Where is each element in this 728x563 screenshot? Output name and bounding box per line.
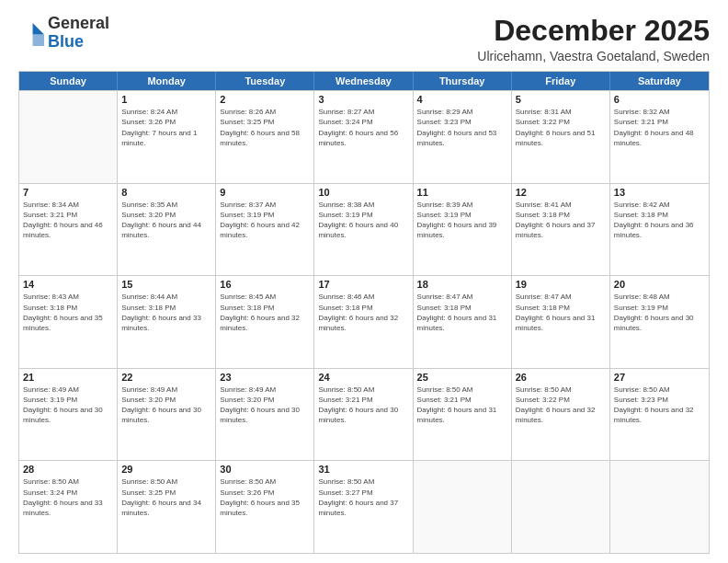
cell-info: Sunrise: 8:27 AMSunset: 3:24 PMDaylight:… [318, 107, 408, 148]
cell-info: Sunrise: 8:48 AMSunset: 3:19 PMDaylight:… [614, 292, 705, 333]
logo-blue: Blue [48, 32, 84, 51]
week-row-1: 1Sunrise: 8:24 AMSunset: 3:26 PMDaylight… [19, 90, 709, 183]
day-number: 15 [121, 279, 211, 290]
day-number: 29 [121, 464, 211, 475]
calendar-header: SundayMondayTuesdayWednesdayThursdayFrid… [19, 72, 709, 90]
day-number: 20 [614, 279, 705, 290]
logo: General Blue [18, 15, 109, 52]
svg-marker-0 [33, 23, 44, 34]
header: General Blue December 2025 Ulricehamn, V… [18, 15, 710, 63]
day-cell-16: 16Sunrise: 8:45 AMSunset: 3:18 PMDayligh… [216, 276, 314, 368]
day-cell-19: 19Sunrise: 8:47 AMSunset: 3:18 PMDayligh… [512, 276, 610, 368]
day-number: 6 [614, 94, 705, 105]
day-cell-10: 10Sunrise: 8:38 AMSunset: 3:19 PMDayligh… [314, 184, 413, 276]
day-number: 19 [516, 279, 606, 290]
day-cell-5: 5Sunrise: 8:31 AMSunset: 3:22 PMDaylight… [512, 91, 610, 183]
empty-cell [512, 461, 610, 553]
day-number: 16 [220, 279, 310, 290]
day-number: 10 [318, 187, 408, 198]
title-block: December 2025 Ulricehamn, Vaestra Goetal… [477, 15, 710, 63]
day-number: 28 [23, 464, 113, 475]
day-number: 30 [220, 464, 310, 475]
cell-info: Sunrise: 8:35 AMSunset: 3:20 PMDaylight:… [121, 200, 211, 241]
calendar: SundayMondayTuesdayWednesdayThursdayFrid… [18, 71, 710, 554]
cell-info: Sunrise: 8:50 AMSunset: 3:26 PMDaylight:… [220, 477, 310, 518]
day-cell-17: 17Sunrise: 8:46 AMSunset: 3:18 PMDayligh… [314, 276, 413, 368]
day-number: 5 [516, 94, 606, 105]
day-cell-30: 30Sunrise: 8:50 AMSunset: 3:26 PMDayligh… [216, 461, 314, 553]
day-cell-20: 20Sunrise: 8:48 AMSunset: 3:19 PMDayligh… [610, 276, 709, 368]
svg-marker-1 [33, 34, 44, 45]
cell-info: Sunrise: 8:31 AMSunset: 3:22 PMDaylight:… [516, 107, 606, 148]
day-cell-2: 2Sunrise: 8:26 AMSunset: 3:25 PMDaylight… [216, 91, 314, 183]
empty-cell [610, 461, 709, 553]
cell-info: Sunrise: 8:50 AMSunset: 3:24 PMDaylight:… [23, 477, 113, 518]
cell-info: Sunrise: 8:50 AMSunset: 3:25 PMDaylight:… [121, 477, 211, 518]
cell-info: Sunrise: 8:38 AMSunset: 3:19 PMDaylight:… [318, 200, 408, 241]
empty-cell [19, 91, 118, 183]
cell-info: Sunrise: 8:50 AMSunset: 3:22 PMDaylight:… [516, 385, 606, 426]
day-cell-22: 22Sunrise: 8:49 AMSunset: 3:20 PMDayligh… [118, 369, 216, 461]
cell-info: Sunrise: 8:47 AMSunset: 3:18 PMDaylight:… [417, 292, 507, 333]
day-number: 24 [318, 372, 408, 383]
day-cell-11: 11Sunrise: 8:39 AMSunset: 3:19 PMDayligh… [414, 184, 512, 276]
empty-cell [414, 461, 512, 553]
cell-info: Sunrise: 8:46 AMSunset: 3:18 PMDaylight:… [318, 292, 408, 333]
cell-info: Sunrise: 8:50 AMSunset: 3:23 PMDaylight:… [614, 385, 705, 426]
day-cell-27: 27Sunrise: 8:50 AMSunset: 3:23 PMDayligh… [610, 369, 709, 461]
header-day-sunday: Sunday [19, 72, 118, 90]
header-day-friday: Friday [512, 72, 610, 90]
day-cell-8: 8Sunrise: 8:35 AMSunset: 3:20 PMDaylight… [118, 184, 216, 276]
cell-info: Sunrise: 8:34 AMSunset: 3:21 PMDaylight:… [23, 200, 113, 241]
day-number: 26 [516, 372, 606, 383]
day-cell-29: 29Sunrise: 8:50 AMSunset: 3:25 PMDayligh… [118, 461, 216, 553]
day-number: 8 [121, 187, 211, 198]
day-cell-6: 6Sunrise: 8:32 AMSunset: 3:21 PMDaylight… [610, 91, 709, 183]
day-cell-12: 12Sunrise: 8:41 AMSunset: 3:18 PMDayligh… [512, 184, 610, 276]
day-cell-4: 4Sunrise: 8:29 AMSunset: 3:23 PMDaylight… [414, 91, 512, 183]
day-number: 23 [220, 372, 310, 383]
day-number: 12 [516, 187, 606, 198]
day-cell-28: 28Sunrise: 8:50 AMSunset: 3:24 PMDayligh… [19, 461, 118, 553]
cell-info: Sunrise: 8:43 AMSunset: 3:18 PMDaylight:… [23, 292, 113, 333]
cell-info: Sunrise: 8:37 AMSunset: 3:19 PMDaylight:… [220, 200, 310, 241]
day-cell-14: 14Sunrise: 8:43 AMSunset: 3:18 PMDayligh… [19, 276, 118, 368]
cell-info: Sunrise: 8:45 AMSunset: 3:18 PMDaylight:… [220, 292, 310, 333]
cell-info: Sunrise: 8:24 AMSunset: 3:26 PMDaylight:… [121, 107, 211, 148]
header-day-wednesday: Wednesday [314, 72, 413, 90]
cell-info: Sunrise: 8:50 AMSunset: 3:21 PMDaylight:… [318, 385, 408, 426]
cell-info: Sunrise: 8:32 AMSunset: 3:21 PMDaylight:… [614, 107, 705, 148]
header-day-thursday: Thursday [414, 72, 512, 90]
day-cell-24: 24Sunrise: 8:50 AMSunset: 3:21 PMDayligh… [314, 369, 413, 461]
logo-text: General Blue [48, 15, 109, 52]
cell-info: Sunrise: 8:50 AMSunset: 3:27 PMDaylight:… [318, 477, 408, 518]
cell-info: Sunrise: 8:41 AMSunset: 3:18 PMDaylight:… [516, 200, 606, 241]
day-cell-23: 23Sunrise: 8:49 AMSunset: 3:20 PMDayligh… [216, 369, 314, 461]
day-cell-1: 1Sunrise: 8:24 AMSunset: 3:26 PMDaylight… [118, 91, 216, 183]
cell-info: Sunrise: 8:29 AMSunset: 3:23 PMDaylight:… [417, 107, 507, 148]
week-row-4: 21Sunrise: 8:49 AMSunset: 3:19 PMDayligh… [19, 368, 709, 461]
logo-icon [18, 20, 44, 46]
cell-info: Sunrise: 8:50 AMSunset: 3:21 PMDaylight:… [417, 385, 507, 426]
cell-info: Sunrise: 8:49 AMSunset: 3:20 PMDaylight:… [121, 385, 211, 426]
day-number: 31 [318, 464, 408, 475]
day-number: 25 [417, 372, 507, 383]
day-cell-13: 13Sunrise: 8:42 AMSunset: 3:18 PMDayligh… [610, 184, 709, 276]
page: General Blue December 2025 Ulricehamn, V… [0, 0, 728, 563]
day-number: 18 [417, 279, 507, 290]
cell-info: Sunrise: 8:26 AMSunset: 3:25 PMDaylight:… [220, 107, 310, 148]
day-number: 27 [614, 372, 705, 383]
cell-info: Sunrise: 8:49 AMSunset: 3:20 PMDaylight:… [220, 385, 310, 426]
day-number: 17 [318, 279, 408, 290]
week-row-3: 14Sunrise: 8:43 AMSunset: 3:18 PMDayligh… [19, 275, 709, 368]
cell-info: Sunrise: 8:42 AMSunset: 3:18 PMDaylight:… [614, 200, 705, 241]
day-number: 2 [220, 94, 310, 105]
day-cell-31: 31Sunrise: 8:50 AMSunset: 3:27 PMDayligh… [314, 461, 413, 553]
day-cell-9: 9Sunrise: 8:37 AMSunset: 3:19 PMDaylight… [216, 184, 314, 276]
day-number: 3 [318, 94, 408, 105]
header-day-saturday: Saturday [610, 72, 709, 90]
day-number: 13 [614, 187, 705, 198]
cell-info: Sunrise: 8:49 AMSunset: 3:19 PMDaylight:… [23, 385, 113, 426]
calendar-body: 1Sunrise: 8:24 AMSunset: 3:26 PMDaylight… [19, 90, 709, 553]
day-cell-7: 7Sunrise: 8:34 AMSunset: 3:21 PMDaylight… [19, 184, 118, 276]
